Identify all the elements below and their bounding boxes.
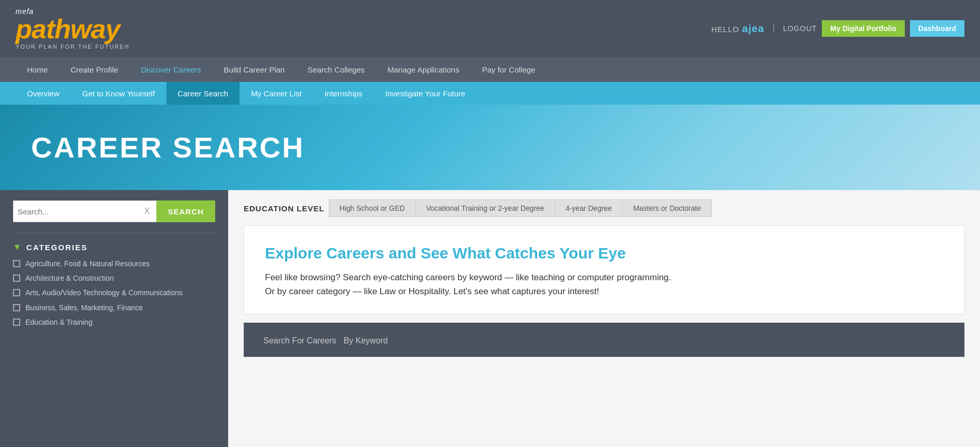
subnav-my-career-list[interactable]: My Career List [240, 82, 313, 105]
edu-tab-vocational[interactable]: Vocational Training or 2-year Degree [415, 199, 555, 217]
education-level-label: EDUCATION LEVEL [244, 204, 325, 213]
subnav-career-search[interactable]: Career Search [166, 82, 240, 105]
hero-banner: CAREER SEARCH [0, 105, 980, 190]
main-nav: Home Create Profile Discover Careers Bui… [0, 57, 980, 82]
dashboard-button[interactable]: Dashboard [910, 20, 964, 37]
search-careers-title: Search For Careers By Keyword [259, 333, 949, 347]
subnav-overview[interactable]: Overview [16, 82, 71, 105]
nav-manage-applications[interactable]: Manage Applications [376, 57, 470, 82]
list-item[interactable]: Business, Sales, Marketing, Finance [13, 303, 215, 312]
logout-link[interactable]: LOGOUT [783, 24, 817, 33]
list-item[interactable]: Education & Training [13, 318, 215, 327]
hero-title: CAREER SEARCH [31, 131, 305, 164]
portfolio-button[interactable]: My Digital Portfolio [822, 20, 905, 37]
search-row: X SEARCH [13, 200, 215, 222]
list-item[interactable]: Arts, Audio/Video Technology & Communica… [13, 288, 215, 297]
category-checkbox[interactable] [13, 275, 20, 282]
category-checkbox[interactable] [13, 319, 20, 326]
category-label: Business, Sales, Marketing, Finance [25, 303, 143, 312]
edu-tab-masters[interactable]: Masters or Doctorate [622, 199, 712, 217]
search-input-wrapper: X [13, 200, 157, 222]
edu-tab-4year[interactable]: 4-year Degree [555, 199, 623, 217]
categories-header: ▼ CATEGORIES [13, 242, 215, 252]
sub-nav: Overview Get to Know Yourself Career Sea… [0, 82, 980, 105]
header-right: HELLO ajea | LOGOUT My Digital Portfolio… [711, 20, 964, 37]
category-label: Arts, Audio/Video Technology & Communica… [25, 288, 183, 297]
clear-button[interactable]: X [142, 206, 152, 217]
subnav-internships[interactable]: Internships [313, 82, 374, 105]
logo-pathway: pathway [16, 16, 130, 42]
main-panel: EDUCATION LEVEL High School or GED Vocat… [228, 190, 980, 447]
nav-pay-for-college[interactable]: Pay for College [471, 57, 547, 82]
search-button[interactable]: SEARCH [157, 200, 215, 222]
subnav-get-to-know-yourself[interactable]: Get to Know Yourself [71, 82, 166, 105]
subnav-investigate-your-future[interactable]: Investigate Your Future [374, 82, 477, 105]
category-checkbox[interactable] [13, 304, 20, 311]
sidebar: X SEARCH ▼ CATEGORIES Agriculture, Food … [0, 190, 228, 447]
content-area: X SEARCH ▼ CATEGORIES Agriculture, Food … [0, 190, 980, 447]
list-item[interactable]: Architecture & Construction [13, 273, 215, 283]
category-label: Agriculture, Food & Natural Resources [25, 259, 150, 268]
nav-build-career-plan[interactable]: Build Career Plan [213, 57, 297, 82]
logo: mefa pathway YOUR PLAN FOR THE FUTURE® [16, 7, 130, 50]
content-heading: Explore Careers and See What Catches You… [265, 244, 943, 262]
hello-label: HELLO ajea [711, 23, 764, 35]
search-input[interactable] [18, 207, 142, 216]
categories-arrow: ▼ [13, 242, 22, 252]
nav-home[interactable]: Home [16, 57, 59, 82]
edu-tab-highschool[interactable]: High School or GED [329, 199, 415, 217]
category-checkbox[interactable] [13, 289, 20, 296]
site-header: mefa pathway YOUR PLAN FOR THE FUTURE® H… [0, 0, 980, 57]
content-card: Explore Careers and See What Catches You… [244, 225, 964, 314]
nav-discover-careers[interactable]: Discover Careers [130, 57, 213, 82]
categories-label: CATEGORIES [26, 243, 88, 252]
category-label: Architecture & Construction [25, 273, 114, 283]
search-careers-section: Search For Careers By Keyword [244, 323, 964, 357]
category-label: Education & Training [25, 318, 92, 327]
logo-tagline: YOUR PLAN FOR THE FUTURE® [16, 44, 130, 50]
sidebar-divider [13, 233, 215, 233]
content-body: Feel like browsing? Search eye-catching … [265, 270, 680, 298]
category-checkbox[interactable] [13, 260, 20, 267]
nav-search-colleges[interactable]: Search Colleges [296, 57, 376, 82]
list-item[interactable]: Agriculture, Food & Natural Resources [13, 259, 215, 268]
separator: | [773, 24, 775, 33]
nav-create-profile[interactable]: Create Profile [59, 57, 130, 82]
education-tabs: EDUCATION LEVEL High School or GED Vocat… [228, 190, 980, 217]
username: ajea [742, 23, 764, 34]
